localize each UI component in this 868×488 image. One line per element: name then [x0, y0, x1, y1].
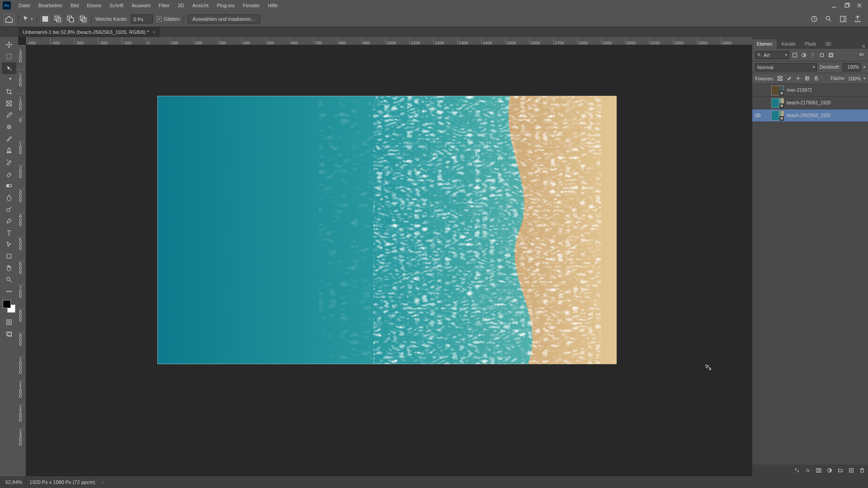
menu-3d[interactable]: 3D: [174, 0, 188, 11]
antialias-checkbox[interactable]: Glätten: [156, 16, 179, 22]
brush-tool[interactable]: [2, 133, 16, 145]
visibility-icon[interactable]: [754, 99, 761, 107]
path-select-tool[interactable]: [2, 239, 16, 250]
menu-edit[interactable]: Bearbeiten: [34, 0, 66, 11]
foreground-color[interactable]: [3, 300, 11, 308]
document-tab[interactable]: Unbenannt-1 bei 52,8% (beach-2562563_192…: [18, 27, 160, 37]
feather-field[interactable]: 0 Px: [131, 14, 153, 23]
menu-plugins[interactable]: Plug-ins: [212, 0, 239, 11]
layer-name[interactable]: beach-2179361_1920: [787, 100, 830, 105]
workspace-icon[interactable]: [839, 15, 847, 23]
layer-filter-select[interactable]: Art ▾: [755, 51, 789, 59]
lock-artboard-icon[interactable]: [804, 75, 810, 82]
gradient-tool[interactable]: [2, 180, 16, 192]
layer-row[interactable]: ▦beach-2562563_1920: [752, 109, 868, 122]
selection-subtract-icon[interactable]: [66, 14, 75, 23]
eyedropper-tool[interactable]: [2, 109, 16, 121]
home-button[interactable]: [4, 14, 14, 24]
status-chevron-icon[interactable]: ›: [102, 479, 104, 485]
window-minimize-icon[interactable]: [831, 2, 837, 9]
crop-tool[interactable]: [2, 86, 16, 98]
frame-tool[interactable]: [2, 98, 16, 109]
ruler-vertical[interactable]: -300-200-1000100200300400500600700800900…: [18, 45, 26, 476]
menu-filter[interactable]: Filter: [155, 0, 174, 11]
panel-menu-icon[interactable]: ≡: [860, 43, 868, 49]
tab-3d[interactable]: 3D: [821, 39, 836, 49]
new-layer-icon[interactable]: [848, 467, 854, 474]
shape-tool[interactable]: [2, 250, 16, 262]
hand-tool[interactable]: [2, 262, 16, 274]
move-tool[interactable]: [2, 39, 16, 51]
active-tool-icon[interactable]: ▾: [22, 14, 33, 24]
visibility-icon[interactable]: [754, 87, 761, 94]
link-layers-icon[interactable]: [794, 467, 800, 474]
filter-toggle-icon[interactable]: [858, 52, 865, 59]
share-icon[interactable]: [854, 15, 862, 23]
marquee-tool[interactable]: [2, 51, 16, 62]
quickmask-tool[interactable]: [2, 316, 16, 328]
menu-select[interactable]: Auswahl: [127, 0, 155, 11]
menu-type[interactable]: Schrift: [105, 0, 127, 11]
layer-thumbnail[interactable]: ▦: [771, 98, 784, 108]
lock-position-icon[interactable]: [795, 75, 801, 82]
close-icon[interactable]: ×: [152, 29, 155, 35]
doc-dimensions[interactable]: 1920 Px x 1080 Px (72 ppcm): [29, 479, 95, 485]
menu-image[interactable]: Bild: [66, 0, 83, 11]
zoom-tool[interactable]: [2, 274, 16, 286]
dodge-tool[interactable]: [2, 203, 16, 215]
lasso-tool[interactable]: [2, 62, 16, 74]
edit-toolbar[interactable]: [2, 286, 16, 297]
adjustment-layer-icon[interactable]: [826, 467, 833, 474]
type-tool[interactable]: [2, 227, 16, 239]
layer-mask-icon[interactable]: [816, 467, 822, 474]
screenmode-tool[interactable]: [2, 328, 16, 340]
tab-channels[interactable]: Kanäle: [777, 39, 800, 49]
healing-tool[interactable]: [2, 121, 16, 133]
filter-shape-icon[interactable]: [818, 52, 826, 59]
menu-layer[interactable]: Ebene: [83, 0, 105, 11]
filter-adjust-icon[interactable]: [800, 52, 807, 59]
tab-layers[interactable]: Ebenen: [752, 39, 777, 49]
search-icon[interactable]: [825, 15, 833, 23]
layer-thumbnail[interactable]: ▦: [771, 111, 784, 121]
stamp-tool[interactable]: [2, 145, 16, 156]
ruler-horizontal[interactable]: -500-400-300-200-10001002003004005006007…: [26, 37, 752, 45]
layer-thumbnail[interactable]: ▦: [771, 85, 784, 95]
history-brush-tool[interactable]: [2, 156, 16, 168]
selection-add-icon[interactable]: [53, 14, 62, 23]
selection-intersect-icon[interactable]: [79, 14, 88, 23]
selection-new-icon[interactable]: [41, 14, 50, 23]
cloud-sync-icon[interactable]: [810, 15, 818, 23]
eraser-tool[interactable]: [2, 168, 16, 180]
layer-name[interactable]: river-219972: [787, 88, 812, 93]
window-restore-icon[interactable]: [844, 2, 850, 9]
canvas[interactable]: [26, 45, 752, 476]
filter-pixel-icon[interactable]: [791, 52, 798, 59]
pen-tool[interactable]: [2, 215, 16, 227]
layer-row[interactable]: ▦river-219972: [752, 84, 868, 97]
wand-tool[interactable]: [2, 74, 16, 86]
fill-field[interactable]: 100%: [848, 76, 861, 81]
layer-fx-icon[interactable]: fx: [805, 467, 811, 474]
zoom-level[interactable]: 52,84%: [5, 479, 22, 485]
group-icon[interactable]: [837, 467, 844, 474]
filter-type-icon[interactable]: T: [809, 52, 816, 59]
menu-help[interactable]: Hilfe: [264, 0, 282, 11]
select-and-mask-button[interactable]: Auswählen und maskieren...: [188, 14, 260, 23]
lock-all-icon[interactable]: [813, 75, 819, 82]
tab-paths[interactable]: Pfade: [800, 39, 821, 49]
opacity-field[interactable]: 100%: [843, 63, 861, 71]
blur-tool[interactable]: [2, 192, 16, 203]
menu-file[interactable]: Datei: [14, 0, 34, 11]
menu-view[interactable]: Ansicht: [188, 0, 212, 11]
lock-brush-icon[interactable]: [786, 75, 792, 82]
window-close-icon[interactable]: [856, 2, 863, 9]
color-swatch[interactable]: [3, 300, 15, 313]
blend-mode-select[interactable]: Normal▾: [755, 63, 817, 71]
lock-pixels-icon[interactable]: [777, 75, 783, 82]
layer-name[interactable]: beach-2562563_1920: [787, 113, 830, 118]
delete-layer-icon[interactable]: [859, 467, 865, 474]
layer-row[interactable]: ▦beach-2179361_1920: [752, 97, 868, 109]
visibility-icon[interactable]: [754, 112, 761, 119]
menu-window[interactable]: Fenster: [239, 0, 264, 11]
